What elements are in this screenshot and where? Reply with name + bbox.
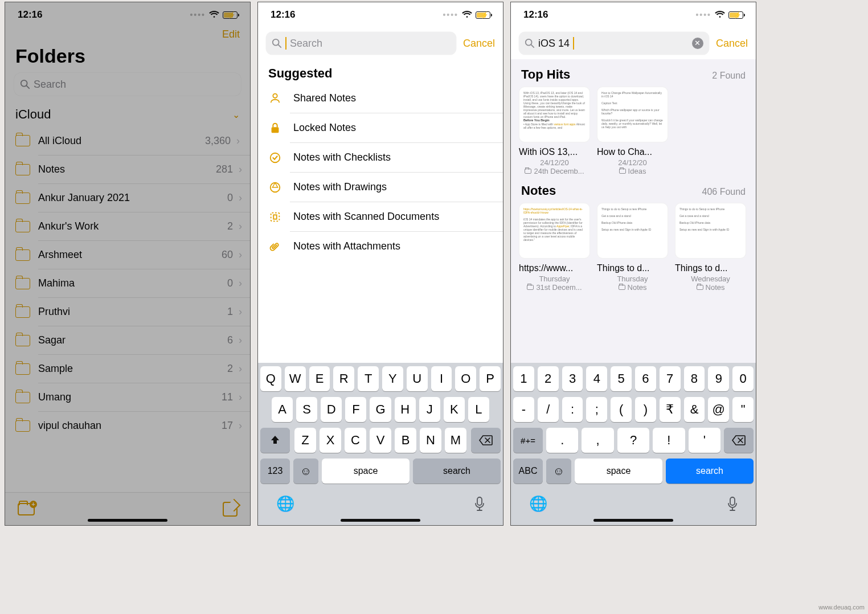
key[interactable]: E bbox=[309, 366, 330, 391]
key[interactable]: @ bbox=[708, 397, 729, 422]
key[interactable]: F bbox=[345, 397, 366, 422]
suggested-item[interactable]: Notes with Checklists bbox=[290, 142, 503, 172]
key[interactable]: H bbox=[395, 397, 416, 422]
key[interactable]: ? bbox=[617, 428, 649, 453]
suggested-item[interactable]: Notes with Attachments bbox=[290, 231, 503, 261]
search-key[interactable]: search bbox=[413, 459, 501, 484]
mic-key[interactable] bbox=[727, 497, 738, 511]
key[interactable]: ; bbox=[586, 397, 607, 422]
note-card[interactable]: https://howtomusiq.xyz/articles/iOS-14-w… bbox=[519, 203, 590, 292]
suggested-item[interactable]: Notes with Scanned Documents bbox=[290, 202, 503, 231]
key[interactable]: P bbox=[480, 366, 501, 391]
key[interactable]: 1 bbox=[513, 366, 534, 391]
key[interactable]: X bbox=[320, 428, 341, 453]
section-icloud[interactable]: iCloud ⌄ bbox=[5, 96, 250, 126]
space-key[interactable]: space bbox=[322, 459, 410, 484]
key[interactable]: N bbox=[420, 428, 441, 453]
space-key[interactable]: space bbox=[575, 459, 662, 484]
key[interactable]: B bbox=[395, 428, 416, 453]
note-card[interactable]: Things to do to Setup a new iPhoneGet a … bbox=[597, 203, 668, 292]
key[interactable]: : bbox=[562, 397, 583, 422]
globe-key[interactable]: 🌐 bbox=[529, 495, 547, 513]
key[interactable]: . bbox=[546, 428, 578, 453]
key[interactable]: ! bbox=[653, 428, 685, 453]
folder-row[interactable]: All iCloud 3,360 › bbox=[11, 126, 244, 155]
key[interactable]: C bbox=[345, 428, 366, 453]
note-card[interactable]: With iOS 13, iPadOS 13, and later (iOS 1… bbox=[519, 87, 590, 175]
key[interactable]: ₹ bbox=[660, 397, 681, 422]
folder-row[interactable]: Mahima 0 › bbox=[38, 269, 250, 297]
emoji-key[interactable]: ☺ bbox=[546, 459, 571, 484]
search-field[interactable]: Search bbox=[266, 32, 456, 55]
mode-symbols-key[interactable]: #+= bbox=[513, 428, 543, 453]
key[interactable]: 5 bbox=[611, 366, 632, 391]
key[interactable]: D bbox=[321, 397, 342, 422]
globe-key[interactable]: 🌐 bbox=[276, 495, 294, 513]
key[interactable]: O bbox=[455, 366, 476, 391]
suggested-item[interactable]: Locked Notes bbox=[290, 113, 503, 142]
key[interactable]: 9 bbox=[708, 366, 729, 391]
home-indicator[interactable] bbox=[88, 519, 167, 522]
key[interactable]: U bbox=[407, 366, 428, 391]
key[interactable]: S bbox=[296, 397, 317, 422]
key[interactable]: Z bbox=[294, 428, 316, 453]
search-field[interactable]: Search bbox=[14, 73, 241, 96]
mic-key[interactable] bbox=[474, 497, 485, 511]
key[interactable]: G bbox=[370, 397, 391, 422]
key[interactable]: A bbox=[272, 397, 293, 422]
suggested-item[interactable]: Shared Notes bbox=[258, 83, 503, 113]
backspace-key[interactable] bbox=[724, 428, 754, 453]
emoji-key[interactable]: ☺ bbox=[293, 459, 318, 484]
compose-button[interactable] bbox=[223, 502, 238, 517]
keyboard[interactable]: 1234567890 -/:;()₹&@" #+= .,?!' ABC ☺ sp… bbox=[511, 363, 756, 525]
key[interactable]: 7 bbox=[660, 366, 681, 391]
key[interactable]: L bbox=[468, 397, 489, 422]
key[interactable]: & bbox=[684, 397, 705, 422]
home-indicator[interactable] bbox=[341, 519, 420, 522]
key[interactable]: 2 bbox=[538, 366, 559, 391]
key[interactable]: " bbox=[732, 397, 754, 422]
key[interactable]: ' bbox=[689, 428, 720, 453]
key[interactable]: V bbox=[370, 428, 391, 453]
mode-abc-key[interactable]: ABC bbox=[513, 459, 543, 484]
search-key[interactable]: search bbox=[666, 459, 754, 484]
folder-row[interactable]: Sample 2 › bbox=[38, 354, 250, 383]
folder-row[interactable]: vipul chauhan 17 › bbox=[38, 411, 250, 440]
note-card[interactable]: How to Change iPhone Wallpaper Automatic… bbox=[597, 87, 668, 175]
folder-row[interactable]: Sagar 6 › bbox=[38, 326, 250, 354]
new-folder-button[interactable]: + bbox=[18, 503, 35, 515]
key[interactable]: 4 bbox=[586, 366, 607, 391]
key[interactable]: - bbox=[513, 397, 534, 422]
edit-button[interactable]: Edit bbox=[5, 27, 250, 44]
suggested-item[interactable]: Notes with Drawings bbox=[290, 172, 503, 202]
keyboard[interactable]: QWERTYUIOP ASDFGHJKL ZXCVBNM 123 ☺ space… bbox=[258, 363, 503, 525]
folder-row[interactable]: Notes 281 › bbox=[38, 155, 250, 183]
mode-123-key[interactable]: 123 bbox=[260, 459, 290, 484]
key[interactable]: K bbox=[444, 397, 465, 422]
folder-row[interactable]: Ankur's Work 2 › bbox=[38, 212, 250, 240]
key[interactable]: R bbox=[333, 366, 354, 391]
key[interactable]: J bbox=[419, 397, 440, 422]
key[interactable]: / bbox=[538, 397, 559, 422]
home-indicator[interactable] bbox=[593, 519, 673, 522]
key[interactable]: 8 bbox=[684, 366, 705, 391]
search-field[interactable]: iOS 14 ✕ bbox=[519, 32, 709, 55]
folder-row[interactable]: Umang 11 › bbox=[38, 383, 250, 411]
key[interactable]: 3 bbox=[562, 366, 583, 391]
key[interactable]: T bbox=[358, 366, 379, 391]
folder-row[interactable]: Ankur January 2021 0 › bbox=[38, 183, 250, 212]
shift-key[interactable] bbox=[260, 428, 290, 453]
backspace-key[interactable] bbox=[471, 428, 501, 453]
key[interactable]: ( bbox=[611, 397, 632, 422]
cancel-button[interactable]: Cancel bbox=[463, 38, 495, 50]
key[interactable]: 0 bbox=[732, 366, 754, 391]
clear-button[interactable]: ✕ bbox=[692, 38, 703, 49]
key[interactable]: ) bbox=[635, 397, 656, 422]
cancel-button[interactable]: Cancel bbox=[716, 38, 748, 50]
key[interactable]: M bbox=[445, 428, 466, 453]
key[interactable]: W bbox=[285, 366, 306, 391]
key[interactable]: 6 bbox=[635, 366, 656, 391]
note-card[interactable]: Things to do to Setup a new iPhoneGet a … bbox=[675, 203, 746, 292]
key[interactable]: I bbox=[431, 366, 452, 391]
key[interactable]: Y bbox=[382, 366, 403, 391]
